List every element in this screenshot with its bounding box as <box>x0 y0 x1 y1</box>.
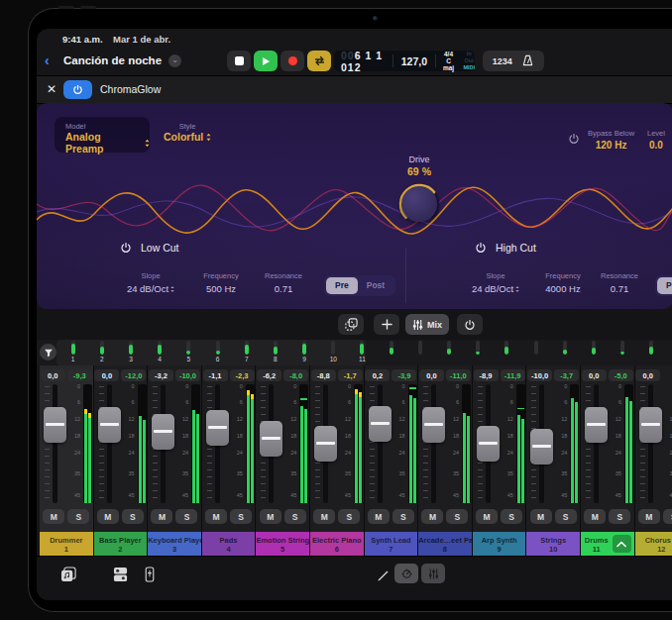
stop-button[interactable] <box>227 51 251 71</box>
song-menu-chevron-icon[interactable]: ⌄ <box>168 54 181 67</box>
navigator-slot[interactable]: 11 <box>348 341 377 363</box>
mute-button[interactable]: M <box>584 509 606 524</box>
collapse-plugin-button[interactable] <box>613 535 631 553</box>
solo-button[interactable]: S <box>555 509 577 524</box>
bypass-power-button[interactable] <box>568 133 580 145</box>
record-button[interactable] <box>280 51 304 71</box>
navigator-slot[interactable] <box>579 341 608 363</box>
post-option[interactable]: Post <box>358 277 393 294</box>
navigator-slot[interactable]: 10 <box>319 341 348 363</box>
knob-view-button[interactable] <box>394 564 418 583</box>
solo-button[interactable]: S <box>446 509 468 524</box>
solo-button[interactable]: S <box>122 509 144 524</box>
style-select[interactable]: Style Colorful <box>164 122 211 143</box>
fader-db-readout[interactable]: 0,0 <box>419 369 444 381</box>
channel-navigator-slots[interactable]: 1 2 3 4 5 6 7 8 9 10 11 <box>58 341 666 363</box>
pre-option[interactable]: Pre <box>326 277 358 294</box>
mixer-power-button[interactable] <box>457 314 483 335</box>
fader-db-readout[interactable]: -3,2 <box>149 369 173 381</box>
add-track-button[interactable] <box>374 314 399 335</box>
low-cut-power-button[interactable] <box>120 242 132 254</box>
navigator-slot[interactable] <box>521 341 550 363</box>
fader-db-readout[interactable]: 0,0 <box>582 369 607 381</box>
navigator-slot[interactable]: 9 <box>290 341 319 363</box>
high-cut-slope[interactable]: Slope 24 dB/Oct <box>457 271 534 294</box>
model-select[interactable]: Model Analog Preamp <box>55 117 150 153</box>
mute-button[interactable]: M <box>476 509 498 524</box>
navigator-slot[interactable] <box>405 341 434 363</box>
low-cut-slope[interactable]: Slope 24 dB/Oct <box>112 271 189 294</box>
navigator-slot[interactable]: 2 <box>87 341 116 363</box>
level-control[interactable]: Level 0.0 <box>647 129 665 151</box>
fader-db-readout[interactable]: -8,8 <box>311 369 336 381</box>
track-name-plate[interactable]: Drums 11 <box>581 532 634 556</box>
track-name-plate[interactable]: Electric Piano 6 <box>310 532 364 556</box>
plugin-power-button[interactable] <box>63 80 92 99</box>
mute-button[interactable]: M <box>205 509 227 524</box>
fader-db-readout[interactable]: -8,9 <box>474 369 499 381</box>
fader-cap[interactable] <box>369 406 392 442</box>
low-cut-frequency[interactable]: Frequency 500 Hz <box>189 271 253 294</box>
track-name-plate[interactable]: Drummer 1 <box>40 532 93 556</box>
navigator-slot[interactable] <box>377 341 405 363</box>
solo-button[interactable]: S <box>230 509 252 524</box>
fader-cap[interactable] <box>98 407 121 443</box>
lcd-display[interactable]: 006 1 1 012 127,0 4/4 C maj In Out MIDI <box>334 51 475 71</box>
solo-button[interactable]: S <box>67 509 89 524</box>
navigator-slot[interactable] <box>464 341 493 363</box>
fader-cap[interactable] <box>422 407 445 443</box>
solo-button[interactable]: S <box>338 509 360 524</box>
cycle-button[interactable] <box>307 51 331 71</box>
drive-knob[interactable] <box>396 181 442 227</box>
solo-button[interactable]: S <box>609 509 630 524</box>
solo-button[interactable]: S <box>663 509 672 524</box>
track-name-plate[interactable]: Emotion Strings 5 <box>256 532 309 556</box>
navigator-slot[interactable]: 3 <box>116 341 145 363</box>
track-name-plate[interactable]: Strings 10 <box>526 532 580 556</box>
track-name-plate[interactable]: Keyboard Player 3 <box>148 532 201 556</box>
high-cut-resonance[interactable]: Resonance 0.71 <box>592 271 647 294</box>
high-cut-frequency[interactable]: Frequency 4000 Hz <box>534 271 592 294</box>
pencil-tool-button[interactable] <box>374 565 393 584</box>
channel-strip-button[interactable] <box>140 565 160 584</box>
mix-view-button[interactable]: Mix <box>405 314 449 335</box>
navigator-slot[interactable]: 5 <box>174 341 203 363</box>
fader-cap[interactable] <box>206 410 229 446</box>
mute-button[interactable]: M <box>368 509 390 524</box>
mute-button[interactable]: M <box>421 509 443 524</box>
metronome-icon[interactable] <box>521 54 534 67</box>
fader-cap[interactable] <box>152 414 174 450</box>
pre-option[interactable]: Pre <box>657 277 672 294</box>
fader-cap[interactable] <box>585 407 608 443</box>
track-name-plate[interactable]: Chorus V 12 <box>635 532 672 556</box>
close-icon[interactable]: ✕ <box>45 82 58 96</box>
fader-db-readout[interactable]: 0,0 <box>635 369 660 381</box>
duplicate-button[interactable] <box>338 314 364 335</box>
navigator-slot[interactable] <box>434 341 463 363</box>
solo-button[interactable]: S <box>392 509 414 524</box>
fader-db-readout[interactable]: -1,1 <box>203 369 228 381</box>
navigator-slot[interactable]: 4 <box>146 341 174 363</box>
solo-button[interactable]: S <box>284 509 306 524</box>
fader-cap[interactable] <box>260 421 282 457</box>
fader-db-readout[interactable]: -6,2 <box>257 369 281 381</box>
count-in-button[interactable]: 1234 <box>493 56 512 66</box>
solo-button[interactable]: S <box>501 509 522 524</box>
high-cut-power-button[interactable] <box>475 242 487 254</box>
track-name-plate[interactable]: Bass Player 2 <box>94 532 148 556</box>
bypass-below-control[interactable]: Bypass Below 120 Hz <box>588 129 634 151</box>
fader-cap[interactable] <box>44 407 66 443</box>
track-name-plate[interactable]: Pads 4 <box>202 532 256 556</box>
track-name-plate[interactable]: Synth Lead 7 <box>365 532 418 556</box>
mute-button[interactable]: M <box>151 509 172 524</box>
mute-button[interactable]: M <box>43 509 64 524</box>
navigator-slot[interactable] <box>637 341 666 363</box>
back-chevron-icon[interactable]: ‹ <box>45 52 50 68</box>
plugins-button[interactable] <box>110 565 130 584</box>
navigator-slot[interactable]: 8 <box>261 341 289 363</box>
navigator-slot[interactable]: 6 <box>203 341 232 363</box>
track-name-plate[interactable]: Arcade…eet Pad 8 <box>418 532 472 556</box>
mute-button[interactable]: M <box>313 509 335 524</box>
loops-browser-button[interactable] <box>58 565 78 584</box>
faders-view-button[interactable] <box>421 564 445 583</box>
